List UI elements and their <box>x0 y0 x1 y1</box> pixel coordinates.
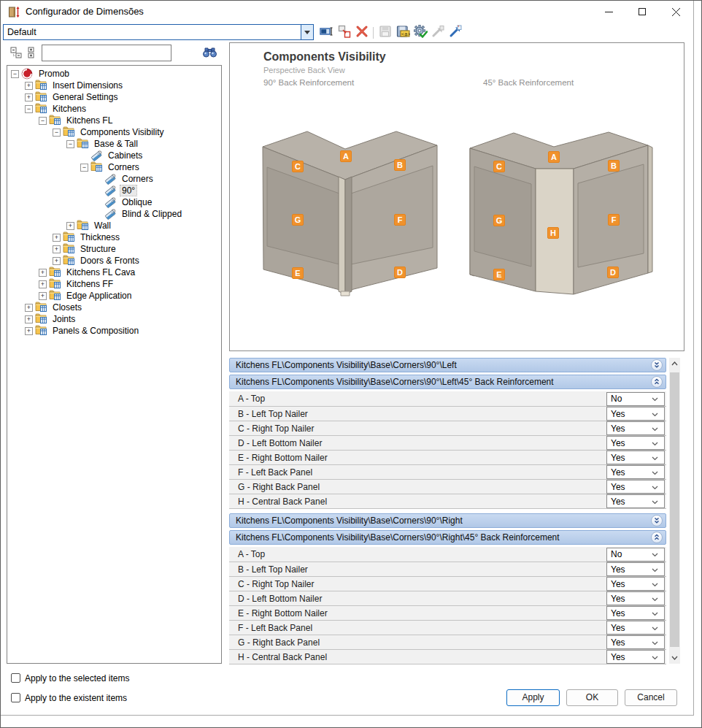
section-expand-button[interactable] <box>651 359 663 371</box>
close-button[interactable] <box>660 1 692 23</box>
tree-item-cabinets[interactable]: Cabinets <box>7 150 221 161</box>
section-collapse-button[interactable] <box>651 532 663 543</box>
rename-button[interactable] <box>319 25 335 41</box>
tree-item-kitchens-ff[interactable]: Kitchens FF <box>7 278 221 290</box>
tree-item-corners[interactable]: Corners <box>7 173 221 185</box>
visibility-dropdown[interactable]: No <box>606 548 665 562</box>
tree-item-kitchens-fl-cava[interactable]: Kitchens FL Cava <box>7 267 221 278</box>
scroll-down-button[interactable] <box>669 652 680 664</box>
tree-item-structure[interactable]: Structure <box>7 243 221 255</box>
expand-icon[interactable] <box>53 234 61 242</box>
tree-item-closets[interactable]: Closets <box>7 302 221 313</box>
tree-item-insert-dimensions[interactable]: Insert Dimensions <box>7 80 221 91</box>
tree-item-components-visibility[interactable]: Components Visibility <box>7 126 221 138</box>
collapse-icon[interactable] <box>53 129 61 137</box>
tree-item-wall[interactable]: Wall <box>7 220 221 231</box>
section-collapse-button[interactable] <box>651 376 663 388</box>
tree-item-base-tall[interactable]: Base & Tall <box>7 138 221 150</box>
tree-item-doors-fronts[interactable]: Doors & Fronts <box>7 255 221 267</box>
tree-item-kitchens-fl[interactable]: Kitchens FL <box>7 115 221 126</box>
visibility-dropdown[interactable]: Yes <box>606 562 665 576</box>
visibility-dropdown[interactable]: Yes <box>606 421 665 435</box>
expand-icon[interactable] <box>66 222 74 230</box>
property-label: D - Left Bottom Nailer <box>229 438 606 448</box>
expand-icon[interactable] <box>25 93 33 101</box>
collapse-icon[interactable] <box>66 140 74 148</box>
section-header[interactable]: Kitchens FL\Components Visibility\Base\C… <box>229 375 666 389</box>
tree-item-90-[interactable]: 90° <box>7 185 221 196</box>
collapse-icon[interactable] <box>11 70 19 78</box>
visibility-dropdown[interactable]: Yes <box>606 494 665 508</box>
tree-search-input[interactable] <box>42 45 171 61</box>
expand-icon[interactable] <box>25 304 33 312</box>
duplicate-button[interactable] <box>336 25 352 41</box>
apply-settings-button[interactable] <box>412 25 428 41</box>
chevron-down-icon <box>652 467 661 478</box>
find-button[interactable] <box>201 45 220 61</box>
collapse-all-button[interactable] <box>8 45 23 61</box>
maximize-button[interactable] <box>626 1 658 23</box>
visibility-dropdown[interactable]: Yes <box>606 407 665 421</box>
expand-icon[interactable] <box>25 315 33 323</box>
visibility-dropdown[interactable]: Yes <box>606 635 665 649</box>
collapse-icon[interactable] <box>39 117 47 125</box>
section-header[interactable]: Kitchens FL\Components Visibility\Base\C… <box>229 358 666 372</box>
visibility-dropdown[interactable]: Yes <box>606 480 665 494</box>
visibility-dropdown[interactable]: Yes <box>606 591 665 605</box>
visibility-dropdown[interactable]: Yes <box>606 650 665 664</box>
expand-icon[interactable] <box>39 269 47 277</box>
scrollbar-thumb[interactable] <box>670 372 679 647</box>
tree-item-edge-application[interactable]: Edge Application <box>7 290 221 302</box>
tree-item-joints[interactable]: Joints <box>7 313 221 325</box>
section-header[interactable]: Kitchens FL\Components Visibility\Base\C… <box>229 513 666 528</box>
export-button[interactable] <box>430 25 446 41</box>
save-script-button[interactable]: <a> <box>395 25 411 41</box>
property-row: G - Right Back PanelYes <box>229 635 666 649</box>
expand-icon[interactable] <box>25 327 33 335</box>
cancel-button[interactable]: Cancel <box>625 689 677 706</box>
ok-button[interactable]: OK <box>566 689 618 706</box>
collapse-icon[interactable] <box>80 164 88 172</box>
tree-item-label: Doors & Fronts <box>78 255 142 267</box>
sections-scrollbar[interactable] <box>669 358 680 664</box>
preset-combobox[interactable]: Default <box>3 24 314 40</box>
tree-item-oblique[interactable]: Oblique <box>7 196 221 208</box>
tree-item-promob[interactable]: Promob <box>7 68 221 80</box>
scroll-up-button[interactable] <box>669 358 680 369</box>
tree-item-label: Kitchens FL <box>64 115 115 126</box>
tree-item-general-settings[interactable]: General Settings <box>7 91 221 103</box>
apply-checkbox-2[interactable] <box>11 693 20 702</box>
expand-icon[interactable] <box>53 245 61 253</box>
section-expand-button[interactable] <box>651 515 663 526</box>
visibility-dropdown[interactable]: Yes <box>606 465 665 479</box>
apply-button[interactable]: Apply <box>506 689 560 706</box>
tree-item-thickness[interactable]: Thickness <box>7 231 221 243</box>
save-button[interactable] <box>377 25 393 41</box>
tree-item-panels-composition[interactable]: Panels & Composition <box>7 325 221 337</box>
collapse-icon[interactable] <box>25 105 33 113</box>
delete-button[interactable] <box>354 25 370 41</box>
expand-icon[interactable] <box>25 82 33 90</box>
chevron-down-icon <box>652 652 661 662</box>
tree-item-blind-clipped[interactable]: Blind & Clipped <box>7 208 221 220</box>
apply-checkbox-1[interactable] <box>11 673 20 683</box>
visibility-dropdown[interactable]: Yes <box>606 606 665 620</box>
minimize-button[interactable] <box>593 1 625 23</box>
expand-icon[interactable] <box>39 292 47 300</box>
tree-item-corners[interactable]: Corners <box>7 161 221 173</box>
expand-icon[interactable] <box>39 280 47 288</box>
visibility-dropdown[interactable]: Yes <box>606 436 665 450</box>
visibility-dropdown[interactable]: Yes <box>606 577 665 591</box>
export-icon <box>431 25 444 41</box>
expand-all-button[interactable] <box>23 45 39 61</box>
tree-item-label: Thickness <box>78 231 122 243</box>
visibility-dropdown[interactable]: Yes <box>606 451 665 464</box>
section-header[interactable]: Kitchens FL\Components Visibility\Base\C… <box>229 530 666 545</box>
visibility-dropdown[interactable]: No <box>606 392 665 406</box>
tree-item-kitchens[interactable]: Kitchens <box>7 103 221 115</box>
property-label: C - Right Top Nailer <box>229 424 606 434</box>
visibility-dropdown[interactable]: Yes <box>606 621 665 635</box>
combobox-dropdown-button[interactable] <box>301 25 313 39</box>
import-button[interactable] <box>447 25 463 41</box>
expand-icon[interactable] <box>53 257 61 265</box>
